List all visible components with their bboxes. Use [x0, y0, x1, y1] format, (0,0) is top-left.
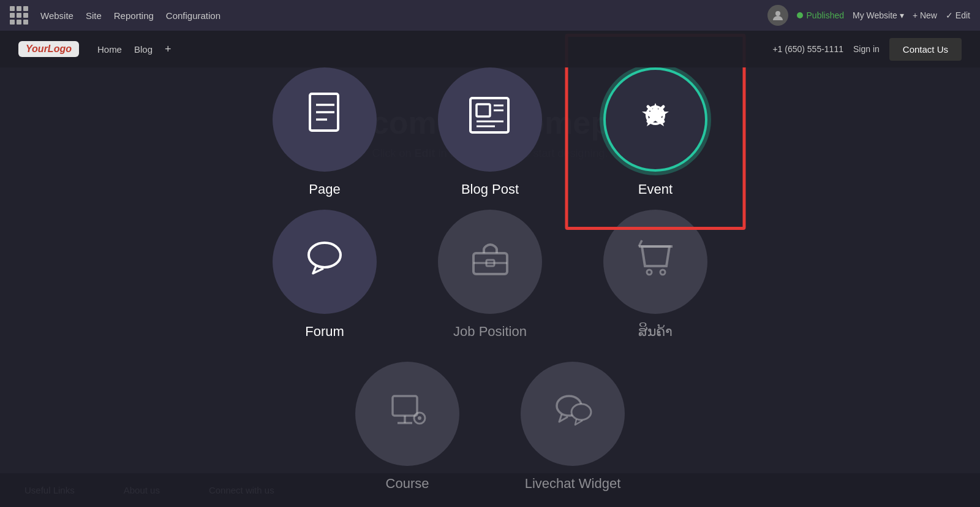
- phone-number: +1 (650) 555-1111: [772, 44, 843, 54]
- option-livechat-circle: [521, 362, 625, 466]
- option-livechat-label: Livechat Widget: [525, 476, 621, 492]
- user-avatar[interactable]: [767, 5, 788, 26]
- option-blog-label: Blog Post: [461, 181, 519, 197]
- option-course[interactable]: Course: [340, 362, 475, 492]
- chevron-down-icon: ▾: [900, 10, 904, 20]
- signin-button[interactable]: Sign in: [853, 44, 880, 54]
- job-position-icon: [470, 240, 510, 284]
- option-shop-circle: [603, 210, 707, 314]
- option-forum-label: Forum: [305, 324, 344, 340]
- svg-rect-6: [477, 104, 490, 116]
- nav-site[interactable]: Site: [86, 10, 102, 21]
- my-website-button[interactable]: My Website ▾: [853, 10, 904, 20]
- option-course-circle: [355, 362, 459, 466]
- apps-grid-button[interactable]: [10, 6, 28, 25]
- site-nav: YourLogo Home Blog + +1 (650) 555-1111 S…: [0, 31, 980, 67]
- svg-point-28: [571, 404, 591, 420]
- option-event[interactable]: Event: [588, 67, 723, 197]
- published-label: Published: [807, 10, 845, 20]
- svg-point-19: [647, 270, 652, 275]
- option-page-circle: [273, 67, 377, 172]
- svg-point-26: [418, 416, 421, 420]
- option-livechat[interactable]: Livechat Widget: [505, 362, 640, 492]
- my-website-label: My Website: [853, 10, 897, 20]
- event-icon: [636, 96, 676, 143]
- nav-configuration[interactable]: Configuration: [166, 10, 221, 21]
- option-forum[interactable]: Forum: [257, 210, 392, 340]
- option-blog-post[interactable]: Blog Post: [423, 67, 557, 197]
- page-icon: [305, 93, 345, 147]
- svg-point-14: [309, 243, 341, 267]
- option-page[interactable]: Page: [257, 67, 392, 197]
- option-event-circle: [603, 67, 707, 172]
- option-course-label: Course: [386, 476, 429, 492]
- forum-icon: [304, 238, 345, 286]
- shop-icon: [636, 238, 676, 286]
- nav-reporting[interactable]: Reporting: [114, 10, 154, 21]
- add-nav-item-button[interactable]: +: [165, 43, 172, 56]
- nav-website[interactable]: Website: [40, 10, 74, 21]
- option-event-label: Event: [638, 181, 673, 197]
- svg-rect-22: [393, 396, 417, 416]
- livechat-icon: [552, 390, 594, 438]
- option-shop-label: ສິນຄ້າ: [638, 324, 673, 340]
- option-job-circle: [438, 210, 542, 314]
- svg-point-20: [660, 270, 665, 275]
- option-page-label: Page: [309, 181, 340, 197]
- svg-point-0: [775, 11, 780, 16]
- logo[interactable]: YourLogo: [18, 41, 79, 57]
- blog-post-icon: [468, 96, 512, 143]
- nav-home[interactable]: Home: [97, 44, 122, 55]
- option-job-position[interactable]: Job Position: [423, 210, 557, 340]
- logo-text: YourLogo: [26, 44, 72, 55]
- new-page-options: Page Blog Post: [257, 49, 723, 358]
- nav-blog[interactable]: Blog: [134, 44, 153, 55]
- top-nav: Website Site Reporting Configuration Pub…: [0, 0, 980, 31]
- new-button[interactable]: + New: [913, 10, 937, 20]
- course-icon: [388, 390, 428, 438]
- option-blog-circle: [438, 67, 542, 172]
- options-row3: Course Livechat Widget: [340, 362, 640, 492]
- contact-us-button[interactable]: Contact Us: [889, 38, 962, 61]
- logo-your: Your: [26, 44, 48, 54]
- option-shop[interactable]: ສິນຄ້າ: [588, 210, 723, 340]
- published-dot-icon: [797, 12, 803, 18]
- option-job-label: Job Position: [453, 324, 527, 340]
- option-forum-circle: [273, 210, 377, 314]
- published-status[interactable]: Published: [797, 10, 845, 20]
- edit-button[interactable]: ✓ Edit: [946, 10, 970, 20]
